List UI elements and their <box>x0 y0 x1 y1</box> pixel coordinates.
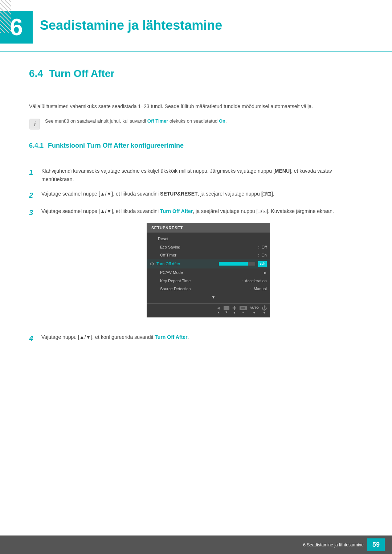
footer-page-number: 59 <box>367 538 385 551</box>
note-box: i See menüü on saadaval ainult juhul, ku… <box>29 118 363 130</box>
page-footer: 6 Seadistamine ja lähtestamine 59 <box>0 535 392 554</box>
menu-row-source-detection: Source Detection : Manual <box>147 285 270 293</box>
menu-row-key-repeat: Key Repeat Time : Acceleration <box>147 277 270 285</box>
chapter-title: Seadistamine ja lähtestamine <box>40 16 222 39</box>
chapter-header: 6 Seadistamine ja lähtestamine <box>0 0 392 52</box>
subsection-number: 6.4.1 <box>29 141 44 151</box>
menu-items: Reset Eco Saving : Off Off Timer <box>147 233 270 303</box>
progress-bar-container: 10h <box>219 261 267 267</box>
menu-header: SETUP&RESET <box>147 223 270 233</box>
chapter-number: 6 <box>10 16 23 39</box>
menu-row-turn-off-after: ⚙ Turn Off After 10h <box>147 259 270 269</box>
menu-button-bar: ◄ ▼ ▼ ✚ ▼ <box>147 303 270 317</box>
monitor-menu-container: SETUP&RESET Reset Eco Saving : Off <box>54 223 363 318</box>
steps-list: 1 Klahvijuhendi kuvamiseks vajutage sead… <box>29 167 363 344</box>
menu-row-eco-saving: Eco Saving : Off <box>147 243 270 251</box>
menu-row-pcav-mode: PC/AV Mode ▶ <box>147 268 270 277</box>
menu-row-off-timer: Off Timer : On <box>147 251 270 259</box>
menu-row-down-arrow: ▼ <box>147 293 270 301</box>
description-text: Väljalülitustaimeri vahemikuks saate sea… <box>29 102 363 110</box>
content-area: 6.4 Turn Off After Väljalülitustaimeri v… <box>0 66 392 344</box>
menu-btn-power: ⏻ ▼ <box>262 305 267 315</box>
note-icon: i <box>29 118 41 130</box>
menu-btn-auto: AUTO ▼ <box>250 305 259 315</box>
menu-btn-back: ◄ ▼ <box>216 306 221 315</box>
menu-btn-plus: ✚ ▼ <box>232 305 237 315</box>
note-text: See menüü on saadaval ainult juhul, kui … <box>45 118 227 125</box>
step-3: 3 Vajutage seadmel nuppe [▲/▼], et liiku… <box>29 207 363 327</box>
section-number: 6.4 <box>29 66 43 81</box>
subsection-title: Funktsiooni Turn Off After konfigureerim… <box>48 141 184 151</box>
menu-row-reset: Reset <box>147 235 270 243</box>
menu-btn-minus: ▼ <box>224 306 229 315</box>
progress-label: 10h <box>258 261 267 267</box>
step-2: 2 Vajutage seadmel nuppe [▲/▼], et liiku… <box>29 190 363 201</box>
section-title: Turn Off After <box>49 66 114 81</box>
progress-bar <box>219 262 255 266</box>
footer-chapter-text: 6 Seadistamine ja lähtestamine <box>303 542 364 548</box>
diagonal-pattern <box>0 0 11 33</box>
menu-btn-enter: ▼ <box>240 306 247 315</box>
progress-fill <box>219 262 248 266</box>
step-4: 4 Vajutage nuppu [▲/▼], et konfigureerid… <box>29 333 363 344</box>
monitor-menu: SETUP&RESET Reset Eco Saving : Off <box>147 223 270 318</box>
step-1: 1 Klahvijuhendi kuvamiseks vajutage sead… <box>29 167 363 183</box>
